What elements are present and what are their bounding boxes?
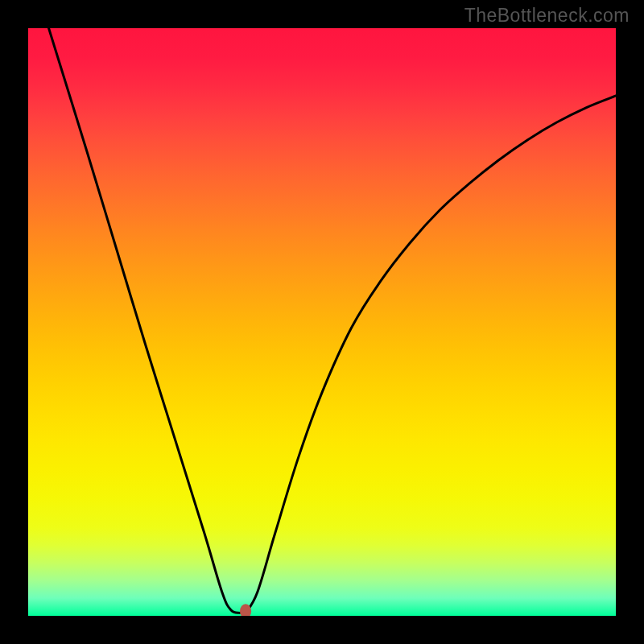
right-branch-line xyxy=(246,96,616,613)
curve-group xyxy=(49,28,616,616)
left-branch-line xyxy=(49,28,240,613)
watermark-text: TheBottleneck.com xyxy=(464,5,630,27)
plot-area xyxy=(28,28,616,616)
chart-svg xyxy=(28,28,616,616)
